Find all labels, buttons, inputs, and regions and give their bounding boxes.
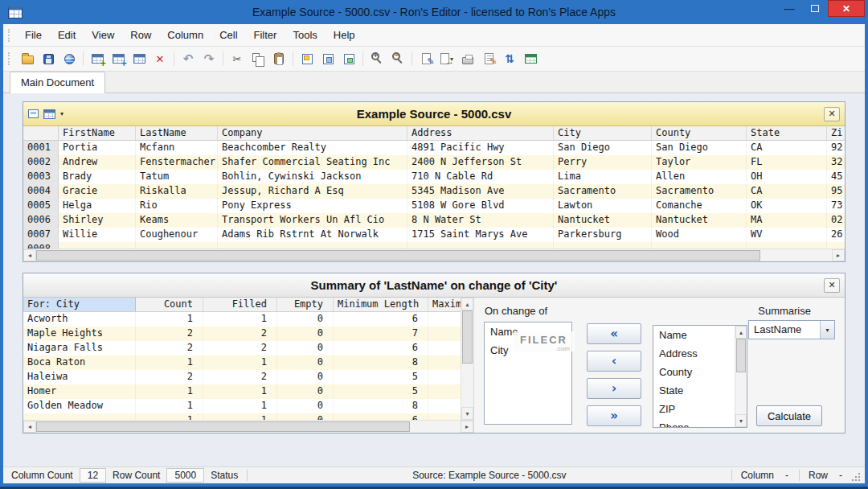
cell[interactable]: Wood: [652, 228, 747, 242]
cell[interactable]: 7: [334, 327, 428, 341]
cell[interactable]: 0003: [23, 170, 59, 184]
export-icon[interactable]: [436, 49, 457, 68]
move-all-left-button[interactable]: «: [587, 323, 641, 344]
cell[interactable]: 0: [277, 355, 334, 370]
table-row[interactable]: Boca Raton1108: [23, 355, 461, 370]
copy-icon[interactable]: [248, 49, 268, 68]
undo-icon[interactable]: [178, 49, 199, 68]
cell[interactable]: 2400 N Jefferson St: [407, 155, 554, 170]
menu-filter[interactable]: Filter: [246, 24, 285, 46]
column-header[interactable]: Company: [218, 126, 407, 140]
cell[interactable]: 0: [277, 312, 334, 327]
redo-icon[interactable]: [199, 49, 219, 68]
cell[interactable]: [407, 242, 554, 249]
cell[interactable]: [59, 242, 136, 249]
menu-help[interactable]: Help: [326, 24, 363, 46]
close-button[interactable]: ✕: [828, 0, 865, 17]
delete-icon[interactable]: [149, 49, 170, 68]
cell[interactable]: 0: [277, 413, 334, 420]
scrollbar-thumb[interactable]: [462, 310, 473, 364]
scrollbar-track[interactable]: [36, 421, 461, 433]
cell[interactable]: OH: [747, 170, 827, 184]
cell[interactable]: 2: [136, 341, 203, 355]
cell[interactable]: [136, 242, 218, 249]
menu-tools[interactable]: Tools: [285, 24, 325, 46]
menu-row[interactable]: Row: [122, 24, 159, 46]
resize-grip[interactable]: [852, 474, 862, 483]
cell[interactable]: 2: [136, 327, 203, 341]
cell[interactable]: Boca Raton: [23, 355, 136, 370]
cell[interactable]: 2: [203, 370, 277, 384]
insert-row-icon[interactable]: [87, 49, 108, 68]
tab-main-document[interactable]: Main Document: [10, 72, 105, 93]
scroll-left-button[interactable]: [23, 421, 36, 433]
cell[interactable]: 5108 W Gore Blvd: [407, 199, 554, 213]
cell[interactable]: 1: [203, 413, 277, 420]
cell[interactable]: Adams Rib Rstrnt At Norwalk: [218, 228, 407, 242]
cell[interactable]: Willie: [59, 228, 136, 242]
cell[interactable]: Niagara Falls: [23, 341, 136, 355]
available-fields-listbox[interactable]: NameAddressCountyStateZIPPhone: [653, 325, 747, 428]
table-row[interactable]: Golden Meadow1108: [23, 399, 461, 413]
summarise-dropdown[interactable]: LastName: [748, 320, 835, 339]
view-select-icon[interactable]: [28, 109, 39, 118]
cell[interactable]: 1: [136, 399, 203, 413]
cell[interactable]: [218, 242, 407, 249]
cell-format-c-icon[interactable]: [338, 49, 359, 68]
cell-format-b-icon[interactable]: [317, 49, 338, 68]
table-icon[interactable]: [129, 49, 149, 68]
zoom-out-icon[interactable]: [387, 49, 408, 68]
paste-icon[interactable]: [268, 49, 289, 68]
table-row[interactable]: 0003BradyTatumBohlin, Cywinski Jackson71…: [23, 170, 845, 184]
scroll-up-button[interactable]: [735, 326, 747, 339]
cell[interactable]: 32: [827, 155, 843, 170]
cell[interactable]: 0004: [23, 184, 59, 199]
cell[interactable]: Haleiwa: [23, 370, 136, 384]
open-icon[interactable]: [17, 49, 38, 68]
scrollbar-track[interactable]: [461, 310, 473, 407]
cell[interactable]: 0: [277, 399, 334, 413]
cell[interactable]: 5345 Madison Ave: [407, 184, 554, 199]
table-row[interactable]: Niagara Falls2206: [23, 341, 461, 355]
dropdown-caret-icon[interactable]: [820, 321, 834, 339]
cell[interactable]: 8: [334, 399, 428, 413]
cell[interactable]: 26: [827, 228, 843, 242]
menu-edit[interactable]: Edit: [50, 24, 84, 46]
cell[interactable]: Sacramento: [554, 184, 652, 199]
table-row[interactable]: 0007WillieCoughenourAdams Rib Rstrnt At …: [23, 228, 845, 242]
table-row[interactable]: 0004GracieRiskallaJessup, Richard A Esq5…: [23, 184, 845, 199]
list-item[interactable]: Name: [485, 323, 571, 341]
cell[interactable]: 1: [203, 312, 277, 327]
cell[interactable]: 92: [827, 141, 843, 155]
cell-format-a-icon[interactable]: [297, 49, 317, 68]
web-icon[interactable]: [59, 49, 80, 68]
column-header[interactable]: Address: [407, 126, 554, 140]
column-header[interactable]: State: [747, 126, 827, 140]
table-row[interactable]: 0002AndrewFenstermacherShafer Commercial…: [23, 155, 845, 170]
cell[interactable]: 0: [277, 384, 334, 399]
cell[interactable]: Tatum: [136, 170, 218, 184]
table-row[interactable]: 0005HelgaRioPony Express5108 W Gore Blvd…: [23, 199, 845, 213]
sort-columns-icon[interactable]: [499, 49, 520, 68]
cell[interactable]: Maple Heights: [23, 327, 136, 341]
cell[interactable]: Perry: [554, 155, 652, 170]
cell[interactable]: Keams: [136, 213, 218, 228]
cell[interactable]: 0: [277, 370, 334, 384]
list-item[interactable]: ZIP: [653, 400, 735, 418]
scroll-down-button[interactable]: [461, 407, 473, 420]
cell[interactable]: [428, 327, 461, 341]
view-dropdown-caret-icon[interactable]: [60, 110, 63, 117]
cell[interactable]: Comanche: [652, 199, 747, 213]
cell[interactable]: 8: [334, 355, 428, 370]
cell[interactable]: 1: [136, 384, 203, 399]
save-icon[interactable]: [38, 49, 59, 68]
cell[interactable]: 710 N Cable Rd: [407, 170, 554, 184]
document-panel-close-button[interactable]: ✕: [824, 107, 840, 121]
cell[interactable]: 2: [203, 327, 277, 341]
table-row[interactable]: Homer1105: [23, 384, 461, 399]
scrollbar-thumb[interactable]: [36, 421, 410, 432]
table-row[interactable]: 0008: [23, 242, 845, 249]
cell[interactable]: [428, 312, 461, 327]
cell[interactable]: Jessup, Richard A Esq: [218, 184, 407, 199]
calculate-button[interactable]: Calculate: [756, 405, 822, 426]
